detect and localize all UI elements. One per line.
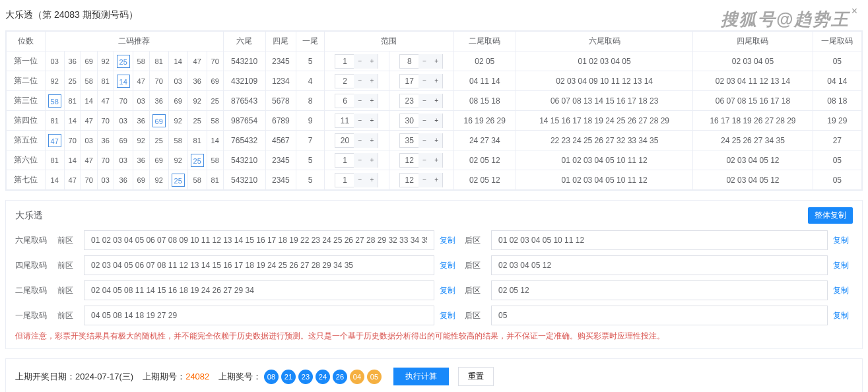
num-cell[interactable]: 14 bbox=[64, 111, 81, 131]
num-cell[interactable]: 03 bbox=[81, 131, 97, 150]
num-cell[interactable]: 70 bbox=[149, 71, 168, 91]
num-cell[interactable]: 92 bbox=[168, 111, 187, 131]
back-input[interactable] bbox=[491, 230, 828, 250]
minus-icon[interactable]: − bbox=[354, 133, 366, 148]
minus-icon[interactable]: − bbox=[354, 74, 366, 88]
num-cell[interactable]: 58 bbox=[133, 51, 149, 71]
num-cell[interactable]: 14 bbox=[168, 51, 187, 71]
num-cell[interactable]: 58 bbox=[168, 131, 187, 150]
plus-icon[interactable]: + bbox=[430, 173, 442, 187]
num-cell[interactable]: 69 bbox=[149, 111, 168, 131]
copy-link[interactable]: 复制 bbox=[833, 285, 853, 296]
num-cell[interactable]: 70 bbox=[97, 150, 114, 170]
copy-all-button[interactable]: 整体复制 bbox=[808, 207, 853, 224]
num-cell[interactable]: 47 bbox=[81, 150, 97, 170]
num-cell[interactable]: 03 bbox=[133, 91, 149, 111]
front-input[interactable] bbox=[84, 255, 434, 275]
num-cell[interactable]: 58 bbox=[187, 170, 207, 190]
front-input[interactable] bbox=[84, 280, 434, 300]
range-stepper[interactable]: 12−+ bbox=[399, 173, 443, 187]
num-cell[interactable]: 81 bbox=[187, 131, 207, 150]
num-cell[interactable]: 92 bbox=[187, 91, 207, 111]
range-stepper[interactable]: 2−+ bbox=[335, 74, 378, 88]
range-stepper[interactable]: 11−+ bbox=[335, 114, 378, 128]
back-input[interactable] bbox=[491, 306, 828, 325]
minus-icon[interactable]: − bbox=[418, 173, 430, 187]
num-cell[interactable]: 69 bbox=[114, 131, 133, 150]
num-cell[interactable]: 36 bbox=[133, 150, 149, 170]
num-cell[interactable]: 03 bbox=[114, 150, 133, 170]
minus-icon[interactable]: − bbox=[418, 94, 430, 108]
num-cell[interactable]: 70 bbox=[81, 170, 97, 190]
range-stepper[interactable]: 17−+ bbox=[399, 74, 443, 88]
num-cell[interactable]: 25 bbox=[64, 71, 81, 91]
num-cell[interactable]: 70 bbox=[64, 131, 81, 150]
copy-link[interactable]: 复制 bbox=[440, 260, 459, 271]
num-cell[interactable]: 25 bbox=[207, 91, 223, 111]
num-cell[interactable]: 03 bbox=[97, 170, 114, 190]
copy-link[interactable]: 复制 bbox=[440, 310, 459, 321]
num-cell[interactable]: 81 bbox=[45, 150, 64, 170]
copy-link[interactable]: 复制 bbox=[833, 310, 853, 321]
num-cell[interactable]: 58 bbox=[207, 150, 223, 170]
minus-icon[interactable]: − bbox=[354, 173, 366, 187]
num-cell[interactable]: 70 bbox=[114, 91, 133, 111]
num-cell[interactable]: 81 bbox=[64, 91, 81, 111]
num-cell[interactable]: 25 bbox=[187, 150, 207, 170]
range-stepper[interactable]: 20−+ bbox=[335, 133, 378, 148]
num-cell[interactable]: 69 bbox=[133, 170, 149, 190]
num-cell[interactable]: 47 bbox=[81, 111, 97, 131]
range-stepper[interactable]: 1−+ bbox=[335, 54, 378, 69]
num-cell[interactable]: 03 bbox=[45, 51, 64, 71]
back-input[interactable] bbox=[491, 255, 828, 275]
range-stepper[interactable]: 35−+ bbox=[399, 133, 443, 148]
num-cell[interactable]: 36 bbox=[187, 71, 207, 91]
num-cell[interactable]: 69 bbox=[81, 51, 97, 71]
reset-button[interactable]: 重置 bbox=[458, 367, 494, 386]
minus-icon[interactable]: − bbox=[418, 114, 430, 128]
num-cell[interactable]: 81 bbox=[149, 51, 168, 71]
back-input[interactable] bbox=[491, 280, 828, 300]
num-cell[interactable]: 47 bbox=[133, 71, 149, 91]
plus-icon[interactable]: + bbox=[366, 153, 378, 168]
plus-icon[interactable]: + bbox=[430, 114, 442, 128]
num-cell[interactable]: 92 bbox=[168, 150, 187, 170]
num-cell[interactable]: 69 bbox=[207, 71, 223, 91]
num-cell[interactable]: 58 bbox=[81, 71, 97, 91]
num-cell[interactable]: 36 bbox=[149, 91, 168, 111]
range-stepper[interactable]: 12−+ bbox=[399, 153, 443, 168]
plus-icon[interactable]: + bbox=[430, 94, 442, 108]
num-cell[interactable]: 69 bbox=[168, 91, 187, 111]
plus-icon[interactable]: + bbox=[430, 133, 442, 148]
front-input[interactable] bbox=[84, 230, 434, 250]
plus-icon[interactable]: + bbox=[366, 114, 378, 128]
num-cell[interactable]: 58 bbox=[207, 111, 223, 131]
num-cell[interactable]: 25 bbox=[187, 111, 207, 131]
range-stepper[interactable]: 23−+ bbox=[399, 94, 443, 108]
minus-icon[interactable]: − bbox=[354, 114, 366, 128]
plus-icon[interactable]: + bbox=[366, 74, 378, 88]
plus-icon[interactable]: + bbox=[366, 173, 378, 187]
execute-button[interactable]: 执行计算 bbox=[393, 368, 449, 385]
num-cell[interactable]: 14 bbox=[64, 150, 81, 170]
plus-icon[interactable]: + bbox=[366, 133, 378, 148]
range-stepper[interactable]: 6−+ bbox=[335, 94, 378, 108]
range-stepper[interactable]: 8−+ bbox=[399, 54, 443, 69]
num-cell[interactable]: 03 bbox=[168, 71, 187, 91]
num-cell[interactable]: 36 bbox=[114, 170, 133, 190]
range-stepper[interactable]: 30−+ bbox=[399, 114, 443, 128]
num-cell[interactable]: 81 bbox=[207, 170, 223, 190]
minus-icon[interactable]: − bbox=[418, 74, 430, 88]
range-stepper[interactable]: 1−+ bbox=[335, 153, 378, 168]
num-cell[interactable]: 47 bbox=[187, 51, 207, 71]
plus-icon[interactable]: + bbox=[430, 74, 442, 88]
plus-icon[interactable]: + bbox=[430, 153, 442, 168]
num-cell[interactable]: 58 bbox=[45, 91, 64, 111]
num-cell[interactable]: 92 bbox=[149, 170, 168, 190]
plus-icon[interactable]: + bbox=[366, 94, 378, 108]
close-icon[interactable]: × bbox=[851, 5, 857, 17]
num-cell[interactable]: 92 bbox=[45, 71, 64, 91]
num-cell[interactable]: 92 bbox=[133, 131, 149, 150]
num-cell[interactable]: 81 bbox=[45, 111, 64, 131]
num-cell[interactable]: 14 bbox=[81, 91, 97, 111]
